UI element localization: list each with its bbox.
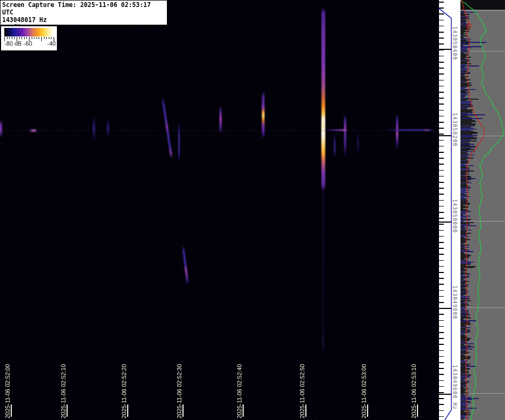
colorbar-tick	[21, 37, 22, 39]
freq-axis-minor-tick	[439, 182, 444, 183]
time-axis-label: 2025-11-06 02:53:10	[411, 364, 417, 418]
freq-axis-minor-tick	[439, 416, 444, 417]
freq-axis-minor-tick	[439, 296, 444, 297]
freq-axis-minor-tick	[439, 116, 444, 117]
freq-axis-label: 143050000	[452, 199, 458, 233]
spectrum-panel	[460, 0, 505, 420]
colorbar-tick	[51, 37, 52, 39]
freq-axis-minor-tick	[439, 194, 444, 195]
freq-axis-label: 143050400	[452, 26, 458, 60]
spectrogram-waterfall: 2025-11-06 02:52:002025-11-06 02:52:1020…	[0, 0, 439, 420]
colorbar-tick	[34, 37, 34, 39]
colorbar-tick	[36, 37, 37, 39]
colorbar: -80 dB-60-40	[1, 26, 57, 50]
colorbar-label: -40	[47, 40, 56, 47]
spectrogram-noise-canvas	[0, 0, 439, 420]
freq-axis-minor-tick	[439, 56, 444, 57]
freq-axis-minor-tick	[439, 392, 444, 393]
freq-axis-minor-tick	[439, 248, 444, 249]
freq-axis-minor-tick	[439, 404, 444, 405]
freq-axis-minor-tick	[439, 374, 444, 375]
time-axis-tick	[417, 404, 418, 417]
colorbar-tick	[19, 37, 20, 39]
frequency-text: 143048017 Hz	[2, 16, 165, 24]
colorbar-tick	[24, 37, 25, 39]
freq-axis-minor-tick	[439, 338, 444, 339]
freq-axis-minor-tick	[439, 266, 444, 267]
freq-axis-minor-tick	[439, 134, 444, 135]
colorbar-tick	[26, 37, 27, 39]
freq-axis-minor-tick	[439, 386, 444, 387]
freq-axis-minor-tick	[439, 332, 444, 333]
freq-axis-minor-tick	[439, 206, 444, 207]
freq-axis-minor-tick	[439, 140, 444, 141]
freq-axis-minor-tick	[439, 20, 444, 21]
freq-axis-minor-tick	[439, 362, 444, 363]
freq-axis-minor-tick	[439, 200, 444, 201]
freq-axis-minor-tick	[439, 284, 444, 285]
freq-axis-minor-tick	[439, 26, 444, 27]
freq-axis-label: 143049600 Hz	[452, 365, 458, 410]
freq-axis-minor-tick	[439, 230, 444, 231]
freq-axis-minor-tick	[439, 242, 444, 243]
freq-axis-minor-tick	[439, 314, 444, 315]
freq-axis-minor-tick	[439, 380, 444, 381]
freq-axis-minor-tick	[439, 188, 444, 189]
freq-axis-minor-tick	[439, 260, 444, 261]
freq-axis-minor-tick	[439, 164, 444, 165]
freq-axis-major-tick	[439, 308, 452, 309]
freq-axis-label: 143049800	[452, 285, 458, 319]
freq-axis-major-tick	[439, 135, 452, 136]
spectrum-panel-canvas	[460, 0, 505, 420]
freq-axis-minor-tick	[439, 272, 444, 273]
freq-axis-major-tick	[439, 222, 452, 223]
freq-axis-minor-tick	[439, 212, 444, 213]
colorbar-tick	[44, 37, 45, 39]
time-axis-label: 2025-11-06 02:52:20	[121, 364, 127, 418]
freq-axis-minor-tick	[439, 13, 444, 14]
freq-axis-minor-tick	[439, 170, 444, 171]
freq-axis-minor-tick	[439, 104, 444, 105]
meteor-spectrogram-app: 2025-11-06 02:52:002025-11-06 02:52:1020…	[0, 0, 505, 420]
freq-axis-minor-tick	[439, 236, 444, 237]
freq-axis-minor-tick	[439, 254, 444, 255]
time-axis-tick	[367, 404, 368, 417]
freq-axis-major-tick	[439, 394, 452, 395]
time-axis-label: 2025-11-06 02:52:50	[299, 364, 305, 418]
freq-axis-minor-tick	[439, 32, 444, 33]
freq-axis-minor-tick	[439, 158, 444, 159]
time-axis-label: 2025-11-06 02:52:30	[176, 364, 182, 418]
freq-axis-minor-tick	[439, 368, 444, 369]
freq-axis-minor-tick	[439, 410, 444, 411]
freq-axis-minor-tick	[439, 290, 444, 291]
capture-time-text: Screen Capture Time: 2025-11-06 02:53:17…	[2, 1, 165, 16]
freq-axis-minor-tick	[439, 344, 444, 345]
freq-axis-minor-tick	[439, 224, 444, 225]
freq-axis-minor-tick	[439, 398, 444, 399]
time-axis-tick	[243, 404, 244, 417]
colorbar-tick	[12, 37, 12, 39]
time-axis-tick	[305, 404, 306, 417]
colorbar-label: -60	[24, 40, 32, 47]
freq-axis-major-tick	[439, 49, 452, 50]
freq-axis-minor-tick	[439, 38, 444, 39]
freq-axis-minor-tick	[439, 98, 444, 99]
freq-axis-minor-tick	[439, 218, 444, 219]
freq-axis-minor-tick	[439, 73, 444, 75]
freq-axis-minor-tick	[439, 176, 444, 177]
freq-axis-minor-tick	[439, 128, 444, 129]
freq-axis-minor-tick	[439, 278, 444, 279]
colorbar-tick	[41, 37, 42, 41]
screen-info-box: Screen Capture Time: 2025-11-06 02:53:17…	[0, 0, 167, 25]
freq-axis-minor-tick	[439, 356, 444, 357]
time-axis-label: 2025-11-06 02:52:10	[60, 364, 67, 418]
freq-axis-minor-tick	[439, 350, 444, 351]
time-axis-label: 2025-11-06 02:53:00	[361, 364, 367, 418]
frequency-axis-strip: 1430504001430502001430500001430498001430…	[439, 0, 460, 420]
time-axis-tick	[11, 404, 12, 417]
freq-axis-minor-tick	[439, 110, 444, 111]
freq-axis-minor-tick	[439, 146, 444, 147]
freq-axis-minor-tick	[439, 68, 444, 69]
colorbar-tick	[7, 37, 8, 39]
freq-axis-minor-tick	[439, 122, 444, 123]
